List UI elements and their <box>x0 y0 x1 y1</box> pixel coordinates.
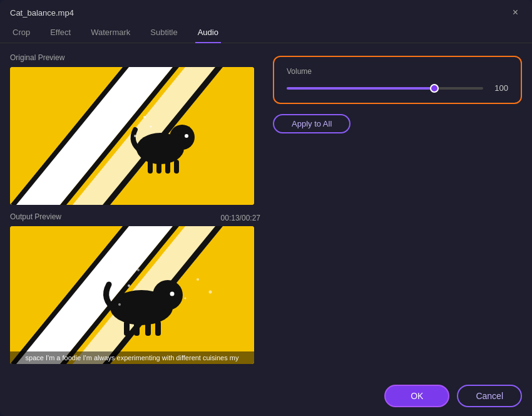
output-preview-video: space I'm a foodie I'm always experiment… <box>10 226 254 364</box>
volume-value: 100 <box>491 83 508 93</box>
svg-rect-30 <box>145 321 151 336</box>
svg-point-38 <box>185 298 187 299</box>
title-bar: Cat_balance.mp4 × <box>0 0 532 23</box>
svg-point-40 <box>137 269 140 271</box>
output-preview-header: Output Preview 00:13/00:27 <box>10 212 260 224</box>
dialog: Cat_balance.mp4 × Crop Effect Watermark … <box>0 0 532 416</box>
tab-subtitle[interactable]: Subtitle <box>148 23 180 43</box>
svg-point-32 <box>170 292 175 296</box>
close-button[interactable]: × <box>509 6 522 19</box>
original-preview-label: Original Preview <box>10 53 260 62</box>
svg-rect-29 <box>134 321 140 336</box>
svg-rect-13 <box>174 160 179 174</box>
svg-point-37 <box>209 291 212 294</box>
tab-watermark[interactable]: Watermark <box>88 23 133 43</box>
volume-label: Volume <box>287 67 508 76</box>
svg-rect-31 <box>155 321 161 336</box>
svg-point-14 <box>185 134 188 138</box>
subtitle-text: space I'm a foodie I'm always experiment… <box>10 351 254 364</box>
volume-box: Volume 100 <box>273 56 522 104</box>
original-preview-video <box>10 67 254 205</box>
volume-fill <box>287 87 434 90</box>
svg-point-25 <box>153 280 183 310</box>
output-timestamp: 00:13/00:27 <box>221 214 260 222</box>
output-preview-label: Output Preview <box>10 212 61 221</box>
cancel-button[interactable]: Cancel <box>457 385 522 407</box>
tab-audio[interactable]: Audio <box>195 23 221 43</box>
tabs-bar: Crop Effect Watermark Subtitle Audio <box>0 23 532 43</box>
svg-rect-11 <box>156 160 161 174</box>
original-preview-section: Original Preview <box>10 53 260 205</box>
right-panel: Volume 100 Apply to All <box>273 53 522 368</box>
tab-effect[interactable]: Effect <box>48 23 73 43</box>
dialog-title: Cat_balance.mp4 <box>10 8 74 18</box>
svg-point-16 <box>150 126 152 128</box>
svg-point-17 <box>134 135 136 137</box>
output-preview-section: Output Preview 00:13/00:27 <box>10 212 260 364</box>
volume-thumb <box>430 84 439 93</box>
svg-point-15 <box>143 116 146 118</box>
main-content: Original Preview <box>0 43 532 378</box>
svg-rect-10 <box>148 160 153 174</box>
playback-bar: ⏮ ▶ ⏭ <box>10 372 260 378</box>
footer: OK Cancel <box>0 378 532 416</box>
volume-slider[interactable] <box>287 87 483 90</box>
apply-to-all-button[interactable]: Apply to All <box>273 114 350 133</box>
svg-point-34 <box>128 284 130 287</box>
left-panel: Original Preview <box>10 53 260 368</box>
svg-point-35 <box>112 294 115 297</box>
svg-rect-28 <box>124 321 130 336</box>
ok-button[interactable]: OK <box>384 385 449 407</box>
svg-point-36 <box>197 278 199 281</box>
volume-row: 100 <box>287 83 508 93</box>
tab-crop[interactable]: Crop <box>10 23 33 43</box>
svg-point-33 <box>120 275 123 278</box>
svg-rect-12 <box>165 160 170 174</box>
svg-point-39 <box>118 303 121 306</box>
